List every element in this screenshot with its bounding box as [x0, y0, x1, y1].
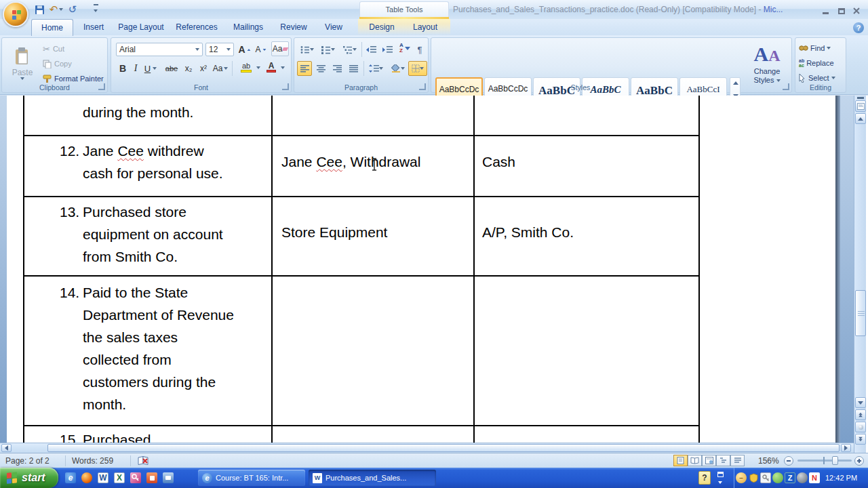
table-cell-text[interactable]: during the month. [83, 101, 193, 123]
restore-button[interactable] [835, 6, 848, 16]
table-cell-text[interactable]: 15.Purchased [60, 428, 151, 443]
decrease-indent-button[interactable] [363, 42, 378, 57]
previous-page-button[interactable] [855, 409, 866, 420]
paste-button[interactable]: Paste [7, 41, 37, 87]
qat-customize-button[interactable] [91, 3, 100, 16]
table-cell-text[interactable]: 12.Jane Cee withdrew cash for personal u… [60, 140, 223, 184]
tab-page-layout[interactable]: Page Layout [114, 19, 168, 35]
zoom-slider-thumb[interactable] [832, 456, 838, 465]
taskbar-button-browser[interactable]: e Course: BT 165: Intr... [198, 470, 305, 486]
borders-button[interactable] [408, 61, 427, 76]
vertical-scroll-thumb[interactable] [855, 290, 866, 336]
tab-home[interactable]: Home [31, 19, 73, 36]
font-color-button[interactable]: A [263, 60, 279, 75]
tab-references[interactable]: References [171, 19, 222, 35]
minimize-button[interactable] [819, 6, 831, 16]
shrink-font-button[interactable]: A [254, 42, 269, 57]
tray-netscape-icon[interactable]: N [809, 472, 820, 483]
highlight-button[interactable]: ab [236, 60, 256, 75]
horizontal-scroll-thumb[interactable] [47, 444, 840, 452]
undo-button[interactable]: ↶ [47, 3, 65, 16]
save-button[interactable] [33, 3, 46, 16]
tray-key-icon[interactable] [760, 472, 771, 483]
styles-scroll-up-icon[interactable] [733, 81, 738, 85]
web-layout-view-button[interactable] [702, 455, 716, 466]
align-left-button[interactable] [297, 61, 312, 76]
superscript-button[interactable]: x² [197, 61, 210, 76]
redo-button[interactable]: ↺ [66, 3, 79, 16]
print-layout-view-button[interactable] [673, 455, 688, 466]
change-case-button[interactable]: Aa [212, 61, 229, 76]
close-button[interactable] [850, 6, 863, 16]
font-family-combo[interactable]: Arial [116, 43, 203, 56]
zoom-in-button[interactable] [854, 456, 864, 466]
tab-view[interactable]: View [317, 19, 350, 35]
select-browse-object-button[interactable] [855, 422, 866, 432]
clear-formatting-button[interactable]: Aa [271, 41, 289, 56]
vertical-scrollbar[interactable] [854, 96, 866, 453]
word-count[interactable]: Words: 259 [72, 456, 113, 466]
draft-view-button[interactable] [730, 455, 745, 466]
bold-button[interactable]: B [117, 61, 129, 76]
table-cell-text[interactable]: Cash [482, 150, 515, 173]
font-color-caret-icon[interactable] [281, 66, 285, 69]
tab-review[interactable]: Review [274, 19, 313, 35]
fullscreen-reading-view-button[interactable] [688, 455, 702, 466]
underline-button[interactable]: U [142, 61, 159, 76]
split-handle[interactable] [857, 97, 864, 99]
powerpoint-quicklaunch-icon[interactable] [146, 472, 157, 483]
zoom-out-button[interactable] [784, 456, 793, 466]
excel-quicklaunch-icon[interactable]: X [114, 472, 125, 483]
justify-button[interactable] [346, 61, 361, 76]
tray-zotero-icon[interactable]: Z [785, 472, 795, 483]
increase-indent-button[interactable] [380, 42, 395, 57]
scroll-up-button[interactable] [855, 113, 866, 124]
zoom-level[interactable]: 156% [758, 456, 779, 466]
key-quicklaunch-icon[interactable] [130, 472, 141, 483]
word-quicklaunch-icon[interactable]: W [98, 472, 108, 483]
replace-button[interactable]: abac Replace [799, 58, 834, 68]
tray-green-app-icon[interactable] [772, 472, 783, 483]
horizontal-scrollbar[interactable] [0, 443, 854, 453]
numbering-button[interactable] [319, 42, 338, 57]
font-size-combo[interactable]: 12 [205, 43, 234, 56]
format-painter-button[interactable]: Format Painter [43, 73, 104, 84]
outline-view-button[interactable] [716, 455, 730, 466]
subscript-button[interactable]: x₂ [182, 61, 195, 76]
find-button[interactable]: Find [799, 43, 831, 54]
multilevel-list-button[interactable] [340, 42, 359, 57]
language-bar-help-button[interactable]: ? [698, 471, 711, 485]
taskbar-clock[interactable]: 12:42 PM [825, 474, 857, 482]
office-button[interactable] [3, 1, 28, 27]
copy-button[interactable]: Copy [43, 58, 72, 69]
align-center-button[interactable] [313, 61, 328, 76]
zoom-slider-track[interactable] [797, 460, 852, 462]
firefox-quicklaunch-icon[interactable] [81, 472, 92, 483]
tab-design[interactable]: Design [362, 19, 401, 35]
ruler-toggle-button[interactable] [855, 100, 866, 112]
taskbar-button-word[interactable]: W Purchases_and_Sales... [309, 470, 436, 486]
tab-layout[interactable]: Layout [406, 19, 445, 35]
language-bar-options-icon[interactable] [718, 481, 722, 484]
cut-button[interactable]: ✂Cut [43, 43, 64, 54]
table-cell-text[interactable]: A/P, Smith Co. [482, 221, 574, 243]
document-area[interactable]: during the month. 12.Jane Cee withdrew c… [0, 96, 854, 443]
sort-button[interactable]: AZ [397, 41, 412, 56]
paragraph-dialog-launcher[interactable] [419, 83, 426, 90]
help-button[interactable]: ? [853, 22, 864, 33]
language-bar-restore-button[interactable] [717, 472, 724, 477]
scroll-down-button[interactable] [855, 397, 866, 408]
scroll-right-button[interactable] [841, 444, 851, 452]
table-cell-text[interactable]: Store Equipment [281, 221, 387, 243]
styles-dialog-launcher[interactable] [783, 83, 789, 90]
grow-font-button[interactable]: A [237, 42, 252, 57]
select-button[interactable]: Select [799, 73, 835, 83]
show-hide-pilcrow-button[interactable]: ¶ [414, 42, 426, 57]
page-indicator[interactable]: Page: 2 of 2 [5, 456, 50, 466]
next-page-button[interactable] [855, 434, 866, 445]
strikethrough-button[interactable]: abe [163, 61, 180, 76]
table-cell-text[interactable]: Jane Cee, Withdrawal [281, 150, 420, 173]
tab-insert[interactable]: Insert [76, 19, 111, 35]
align-right-button[interactable] [330, 61, 344, 76]
shading-button[interactable] [389, 61, 407, 76]
